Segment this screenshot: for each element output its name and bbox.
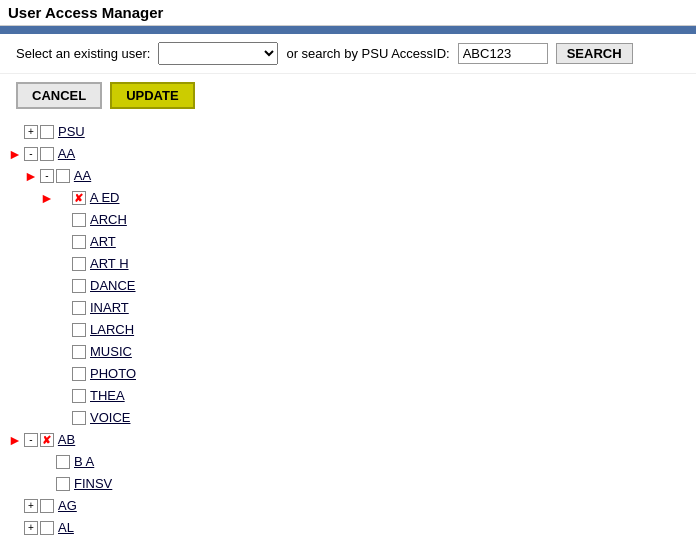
checkbox-empty[interactable] xyxy=(56,455,70,469)
node-label[interactable]: AL xyxy=(58,518,74,538)
checkbox-empty[interactable] xyxy=(56,477,70,491)
checkbox-empty[interactable] xyxy=(72,279,86,293)
tree-node-al: +AL xyxy=(8,517,688,539)
tree-node-photo: PHOTO xyxy=(40,363,688,385)
tree-node-art: ART xyxy=(40,231,688,253)
tree-area: +PSU►-AA►-AA►✘A EDARCHARTART HDANCEINART… xyxy=(0,117,696,543)
checkbox-empty[interactable] xyxy=(72,301,86,315)
existing-user-select[interactable] xyxy=(158,42,278,65)
tree-node-dance: DANCE xyxy=(40,275,688,297)
tree-node-larch: LARCH xyxy=(40,319,688,341)
tree-node-voice: VOICE xyxy=(40,407,688,429)
arrow-icon: ► xyxy=(8,430,22,450)
node-label[interactable]: PHOTO xyxy=(90,364,136,384)
checkbox-empty[interactable] xyxy=(56,169,70,183)
tree-node-ag: +AG xyxy=(8,495,688,517)
tree-node-finsv: FINSV xyxy=(24,473,688,495)
checkbox-empty[interactable] xyxy=(72,213,86,227)
checkbox-empty[interactable] xyxy=(72,323,86,337)
checkbox-empty[interactable] xyxy=(72,411,86,425)
title-text: User Access Manager xyxy=(8,4,163,21)
node-label[interactable]: AG xyxy=(58,496,77,516)
arrow-icon: ► xyxy=(40,188,54,208)
node-label[interactable]: PSU xyxy=(58,122,85,142)
blue-divider xyxy=(0,26,696,34)
node-label[interactable]: AA xyxy=(74,166,91,186)
tree-node-ab: ►-✘AB xyxy=(8,429,688,451)
arrow-icon: ► xyxy=(24,166,38,186)
node-label[interactable]: A ED xyxy=(90,188,120,208)
expand-toggle[interactable]: + xyxy=(24,499,38,513)
select-user-label: Select an existing user: xyxy=(16,46,150,61)
node-label[interactable]: AB xyxy=(58,430,75,450)
cancel-button[interactable]: CANCEL xyxy=(16,82,102,109)
checkbox-empty[interactable] xyxy=(72,367,86,381)
checkbox-checked[interactable]: ✘ xyxy=(72,191,86,205)
checkbox-empty[interactable] xyxy=(40,147,54,161)
checkbox-empty[interactable] xyxy=(40,125,54,139)
checkbox-empty[interactable] xyxy=(40,499,54,513)
arrow-icon: ► xyxy=(8,144,22,164)
tree-node-aa2: ►-AA xyxy=(24,165,688,187)
expand-toggle[interactable]: - xyxy=(40,169,54,183)
checkbox-empty[interactable] xyxy=(72,257,86,271)
tree-node-psu: +PSU xyxy=(8,121,688,143)
node-label[interactable]: MUSIC xyxy=(90,342,132,362)
tree-node-aed: ►✘A ED xyxy=(40,187,688,209)
expand-toggle[interactable]: + xyxy=(24,125,38,139)
node-label[interactable]: ART xyxy=(90,232,116,252)
checkbox-empty[interactable] xyxy=(72,345,86,359)
checkbox-empty[interactable] xyxy=(40,521,54,535)
tree-node-ba: B A xyxy=(24,451,688,473)
expand-toggle[interactable]: + xyxy=(24,521,38,535)
app-title: User Access Manager xyxy=(0,0,696,26)
node-label[interactable]: THEA xyxy=(90,386,125,406)
node-label[interactable]: DANCE xyxy=(90,276,136,296)
tree-node-inart: INART xyxy=(40,297,688,319)
tree-node-aa1: ►-AA xyxy=(8,143,688,165)
checkbox-empty[interactable] xyxy=(72,235,86,249)
search-button[interactable]: SEARCH xyxy=(556,43,633,64)
node-label[interactable]: B A xyxy=(74,452,94,472)
update-button[interactable]: UPDATE xyxy=(110,82,194,109)
node-label[interactable]: ARCH xyxy=(90,210,127,230)
node-label[interactable]: INART xyxy=(90,298,129,318)
node-label[interactable]: AA xyxy=(58,144,75,164)
node-label[interactable]: FINSV xyxy=(74,474,112,494)
action-bar: CANCEL UPDATE xyxy=(0,74,696,117)
expand-toggle[interactable]: - xyxy=(24,147,38,161)
node-label[interactable]: VOICE xyxy=(90,408,130,428)
tree-node-thea: THEA xyxy=(40,385,688,407)
psu-accessid-input[interactable] xyxy=(458,43,548,64)
node-label[interactable]: LARCH xyxy=(90,320,134,340)
tree-node-arch: ARCH xyxy=(40,209,688,231)
checkbox-empty[interactable] xyxy=(72,389,86,403)
checkbox-checked[interactable]: ✘ xyxy=(40,433,54,447)
expand-toggle[interactable]: - xyxy=(24,433,38,447)
or-search-label: or search by PSU AccessID: xyxy=(286,46,449,61)
user-search-toolbar: Select an existing user: or search by PS… xyxy=(0,34,696,74)
tree-node-arth: ART H xyxy=(40,253,688,275)
node-label[interactable]: ART H xyxy=(90,254,129,274)
tree-node-music: MUSIC xyxy=(40,341,688,363)
